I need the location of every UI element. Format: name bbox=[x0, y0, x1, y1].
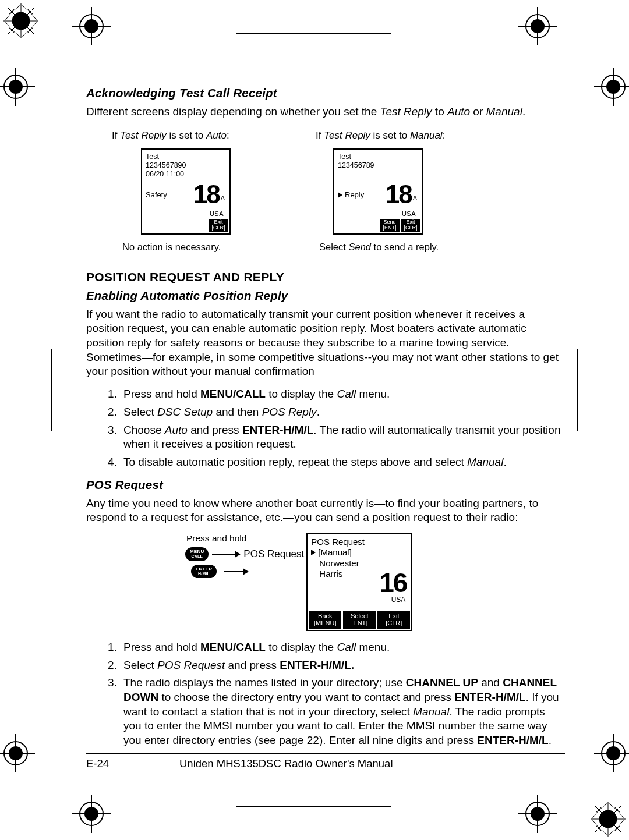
lcd-screen-pos-request: POS Request [Manual] Norwester Harris 16… bbox=[306, 533, 412, 631]
svg-line-24 bbox=[615, 807, 624, 819]
fig1-note: No action is necessary. bbox=[122, 242, 292, 253]
svg-point-39 bbox=[526, 802, 549, 825]
svg-point-35 bbox=[80, 802, 103, 825]
fig1-caption: If Test Reply is set to Auto: bbox=[112, 130, 292, 141]
svg-line-16 bbox=[595, 806, 621, 832]
lcd2-channel-sub: A bbox=[412, 194, 417, 205]
crop-target-icon bbox=[72, 7, 111, 45]
footer-manual-title: Uniden MHS135DSC Radio Owner's Manual bbox=[179, 757, 393, 770]
svg-line-23 bbox=[592, 819, 601, 831]
svg-point-54 bbox=[606, 746, 620, 760]
posreq-steps: Press and hold MENU/CALL to display the … bbox=[86, 640, 565, 748]
enable-step-2: Select DSC Setup and then POS Reply. bbox=[120, 405, 565, 420]
lcd1-line3: 06/20 11:00 bbox=[146, 170, 226, 179]
svg-point-38 bbox=[531, 807, 545, 821]
lcd2-line2: 123456789 bbox=[338, 161, 418, 170]
svg-point-55 bbox=[602, 742, 625, 765]
enable-step-1: Press and hold MENU/CALL to display the … bbox=[120, 387, 565, 402]
lcd3-channel: 16 bbox=[379, 572, 407, 594]
svg-line-9 bbox=[5, 9, 14, 21]
posreq-paragraph: Any time you need to know where another … bbox=[86, 497, 565, 525]
lcd2-channel: 18 bbox=[386, 183, 412, 205]
lcd-screen-manual: Test 123456789 Reply 18 A USA bbox=[333, 148, 423, 235]
svg-point-50 bbox=[9, 746, 23, 760]
svg-point-0 bbox=[12, 12, 30, 30]
lcd1-channel: 18 bbox=[193, 183, 220, 205]
page-footer: E-24 Uniden MHS135DSC Radio Owner's Manu… bbox=[86, 753, 565, 770]
lcd1-line2: 1234567890 bbox=[146, 161, 226, 170]
heading-pos-request: POS Request bbox=[86, 478, 565, 492]
svg-line-11 bbox=[28, 9, 37, 21]
page-xref-22: 22 bbox=[307, 734, 319, 746]
svg-point-51 bbox=[4, 742, 27, 765]
press-and-hold-label: Press and hold bbox=[186, 533, 246, 544]
lcd1-line1: Test bbox=[146, 153, 226, 161]
enable-steps: Press and hold MENU/CALL to display the … bbox=[86, 387, 565, 469]
lcd2-softkey-exit: Exit[CLR] bbox=[401, 219, 420, 232]
crop-line bbox=[577, 349, 578, 431]
lcd1-softkey-exit: Exit [CLR] bbox=[209, 219, 228, 232]
arrow-right-icon bbox=[224, 571, 248, 572]
svg-point-13 bbox=[599, 810, 617, 828]
lcd3-softkey-select: Select[ENT] bbox=[343, 611, 376, 629]
crop-line bbox=[51, 349, 52, 431]
svg-line-8 bbox=[9, 28, 21, 37]
arrow-right-icon bbox=[212, 554, 240, 555]
enable-step-3: Choose Auto and press ENTER-H/M/L. The r… bbox=[120, 423, 565, 452]
svg-line-3 bbox=[8, 8, 34, 34]
svg-line-25 bbox=[615, 819, 624, 831]
lcd2-softkey-send: Send[ENT] bbox=[380, 219, 400, 232]
crop-line bbox=[236, 806, 391, 807]
svg-point-26 bbox=[84, 19, 98, 33]
heading-ack-test-call: Acknowledging Test Call Receipt bbox=[86, 86, 565, 100]
crop-target-icon bbox=[72, 795, 111, 833]
enable-paragraph: If you want the radio to automatically t… bbox=[86, 307, 565, 379]
heading-enable-auto-reply: Enabling Automatic Position Reply bbox=[86, 289, 565, 303]
svg-line-4 bbox=[8, 8, 34, 34]
svg-point-43 bbox=[4, 75, 27, 98]
crop-target-icon bbox=[594, 68, 629, 106]
lcd1-left-label: Safety bbox=[146, 190, 167, 205]
heading-position-request-reply: POSITION REQUEST AND REPLY bbox=[86, 270, 565, 284]
svg-point-31 bbox=[526, 15, 549, 38]
svg-point-34 bbox=[84, 807, 98, 821]
lcd3-softkey-back: Back[MENU] bbox=[309, 611, 341, 629]
crop-target-icon bbox=[518, 795, 557, 833]
lcd1-region: USA bbox=[210, 210, 224, 217]
svg-line-18 bbox=[608, 803, 620, 812]
svg-line-7 bbox=[21, 28, 33, 37]
page-number: E-24 bbox=[86, 757, 179, 770]
enable-step-4: To disable automatic position reply, rep… bbox=[120, 455, 565, 470]
svg-line-21 bbox=[596, 826, 608, 835]
crop-target-icon bbox=[0, 734, 35, 772]
fig2-note: Select Send to send a reply. bbox=[319, 242, 496, 253]
lcd-screen-auto: Test 1234567890 06/20 11:00 Safety 18 A … bbox=[141, 148, 231, 235]
svg-point-30 bbox=[531, 19, 545, 33]
crop-target-icon bbox=[0, 68, 35, 106]
posreq-step-3: The radio displays the names listed in y… bbox=[120, 676, 565, 747]
enter-hml-button-icon: ENTERH/M/L bbox=[191, 565, 217, 579]
svg-line-19 bbox=[596, 803, 608, 812]
crop-target-icon bbox=[518, 7, 557, 45]
crop-line bbox=[236, 33, 391, 34]
lcd2-region: USA bbox=[402, 210, 416, 217]
svg-line-22 bbox=[592, 807, 601, 819]
svg-point-42 bbox=[9, 80, 23, 94]
svg-point-47 bbox=[602, 75, 625, 98]
svg-line-10 bbox=[5, 21, 14, 33]
lcd3-region: USA bbox=[391, 594, 407, 604]
svg-point-27 bbox=[80, 15, 103, 38]
posreq-step-2: Select POS Request and press ENTER-H/M/L… bbox=[120, 658, 565, 673]
crop-target-icon bbox=[594, 734, 629, 772]
test-reply-figures: If Test Reply is set to Auto: Test 12345… bbox=[112, 130, 565, 253]
cursor-right-icon bbox=[311, 550, 316, 555]
posreq-step-1: Press and hold MENU/CALL to display the … bbox=[120, 640, 565, 655]
pos-request-figure: Press and hold MENUCALL POS Request ENTE… bbox=[185, 533, 565, 631]
flow-label-pos-request: POS Request bbox=[243, 548, 304, 560]
svg-line-6 bbox=[9, 5, 21, 14]
svg-line-12 bbox=[28, 21, 37, 33]
registration-mark-icon bbox=[3, 3, 38, 38]
lcd3-softkey-exit: Exit[CLR] bbox=[377, 611, 410, 629]
menu-call-button-icon: MENUCALL bbox=[185, 547, 209, 561]
lcd2-line1: Test bbox=[338, 153, 418, 161]
